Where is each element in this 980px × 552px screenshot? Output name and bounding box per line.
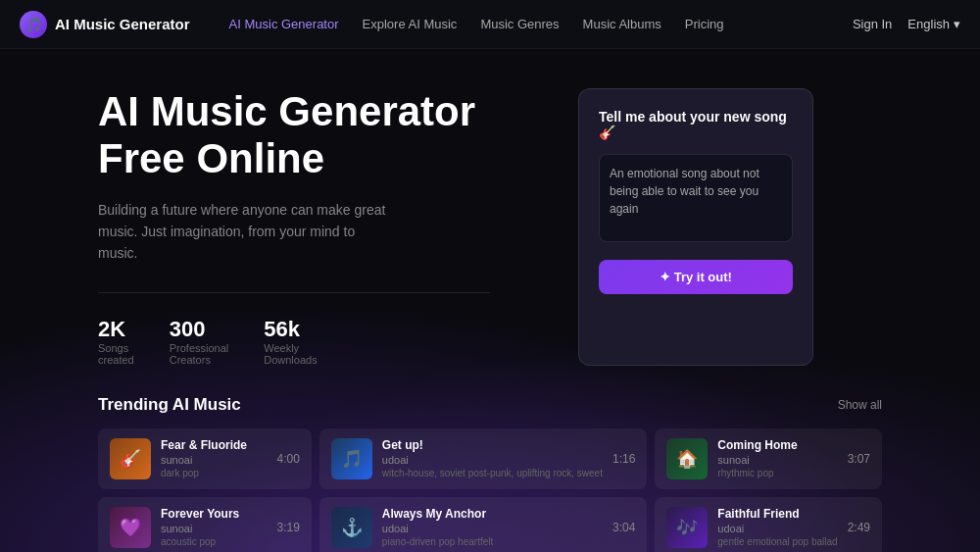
music-title-3: Forever Yours — [161, 507, 267, 521]
language-selector[interactable]: English ▾ — [907, 17, 960, 31]
music-thumb-1: 🎵 — [331, 438, 372, 479]
music-card-0[interactable]: 🎸 Fear & Fluoride sunoai dark pop 4:00 — [98, 428, 312, 489]
logo[interactable]: 🎵 AI Music Generator — [20, 11, 190, 38]
trending-header: Trending AI Music Show all — [98, 395, 882, 415]
music-genre-1: witch-house, soviet post-punk, uplifting… — [382, 468, 603, 478]
music-thumb-5: 🎶 — [666, 507, 708, 548]
music-genre-2: rhythmic pop — [717, 468, 837, 478]
music-info-2: Coming Home sunoai rhythmic pop — [717, 438, 837, 478]
music-title-2: Coming Home — [717, 438, 837, 452]
stats-row: 2K Songs created 300 Professional Creato… — [98, 317, 539, 366]
hero-divider — [98, 292, 490, 293]
nav-link-explore[interactable]: Explore AI Music — [363, 17, 458, 31]
music-duration-0: 4:00 — [276, 452, 299, 466]
music-genre-4: piano-driven pop heartfelt — [382, 536, 603, 547]
music-artist-1: udoai — [382, 454, 603, 466]
music-card-3[interactable]: 💜 Forever Yours sunoai acoustic pop 3:19 — [98, 497, 312, 552]
music-info-0: Fear & Fluoride sunoai dark pop — [161, 438, 267, 478]
music-thumb-2: 🏠 — [666, 438, 708, 479]
stat-downloads: 56k Weekly Downloads — [264, 317, 317, 366]
signin-button[interactable]: Sign In — [853, 17, 892, 31]
music-title-0: Fear & Fluoride — [161, 438, 267, 452]
stat-songs: 2K Songs created — [98, 317, 134, 366]
stat-creators-label: Professional Creators — [170, 342, 229, 366]
music-genre-0: dark pop — [161, 468, 267, 478]
main-content: AI Music Generator Free Online Building … — [0, 49, 980, 385]
card-title: Tell me about your new song 🎸 — [599, 109, 793, 140]
music-info-4: Always My Anchor udoai piano-driven pop … — [382, 507, 603, 547]
show-all-button[interactable]: Show all — [838, 398, 882, 412]
stat-creators: 300 Professional Creators — [170, 317, 229, 366]
logo-text: AI Music Generator — [55, 16, 190, 32]
song-description-input[interactable]: An emotional song about not being able t… — [599, 154, 793, 242]
music-thumb-4: ⚓ — [331, 507, 372, 548]
stat-songs-label: Songs created — [98, 342, 134, 366]
hero-section: AI Music Generator Free Online Building … — [98, 88, 539, 366]
hero-subtitle: Building a future where anyone can make … — [98, 199, 392, 265]
nav-link-pricing[interactable]: Pricing — [685, 17, 724, 31]
music-title-1: Get up! — [382, 438, 603, 452]
music-artist-5: udoai — [717, 523, 837, 534]
music-info-1: Get up! udoai witch-house, soviet post-p… — [382, 438, 603, 478]
nav-right: Sign In English ▾ — [853, 17, 960, 31]
music-duration-3: 3:19 — [276, 521, 299, 534]
music-duration-1: 1:16 — [612, 452, 635, 466]
chevron-down-icon: ▾ — [954, 17, 960, 31]
music-artist-3: sunoai — [161, 523, 267, 534]
music-grid: 🎸 Fear & Fluoride sunoai dark pop 4:00 🎵… — [98, 428, 882, 552]
music-thumb-0: 🎸 — [110, 438, 151, 479]
music-info-5: Faithful Friend udoai gentle emotional p… — [717, 507, 837, 547]
music-card-1[interactable]: 🎵 Get up! udoai witch-house, soviet post… — [319, 428, 647, 489]
try-it-out-button[interactable]: ✦ Try it out! — [599, 260, 793, 294]
music-genre-3: acoustic pop — [161, 536, 267, 547]
music-card-2[interactable]: 🏠 Coming Home sunoai rhythmic pop 3:07 — [655, 428, 882, 489]
nav-links: AI Music Generator Explore AI Music Musi… — [229, 17, 853, 31]
music-genre-5: gentle emotional pop ballad — [717, 536, 837, 547]
music-thumb-3: 💜 — [110, 507, 151, 548]
music-artist-4: udoai — [382, 523, 603, 534]
music-info-3: Forever Yours sunoai acoustic pop — [161, 507, 267, 547]
music-title-5: Faithful Friend — [717, 507, 837, 521]
music-artist-2: sunoai — [717, 454, 837, 466]
nav-link-albums[interactable]: Music Albums — [583, 17, 662, 31]
music-title-4: Always My Anchor — [382, 507, 603, 521]
nav-link-genres[interactable]: Music Genres — [480, 17, 559, 31]
nav-link-ai-music[interactable]: AI Music Generator — [229, 17, 339, 31]
hero-title: AI Music Generator Free Online — [98, 88, 539, 183]
navbar: 🎵 AI Music Generator AI Music Generator … — [0, 0, 980, 49]
stat-downloads-label: Weekly Downloads — [264, 342, 317, 366]
trending-title: Trending AI Music — [98, 395, 241, 415]
music-duration-2: 3:07 — [848, 452, 870, 466]
music-duration-4: 3:04 — [612, 521, 635, 534]
song-generator-card: Tell me about your new song 🎸 An emotion… — [578, 88, 813, 366]
music-artist-0: sunoai — [161, 454, 267, 466]
trending-section: Trending AI Music Show all 🎸 Fear & Fluo… — [0, 395, 980, 552]
logo-icon: 🎵 — [20, 11, 47, 38]
music-card-4[interactable]: ⚓ Always My Anchor udoai piano-driven po… — [319, 497, 647, 552]
music-duration-5: 2:49 — [848, 521, 870, 534]
music-card-5[interactable]: 🎶 Faithful Friend udoai gentle emotional… — [655, 497, 882, 552]
